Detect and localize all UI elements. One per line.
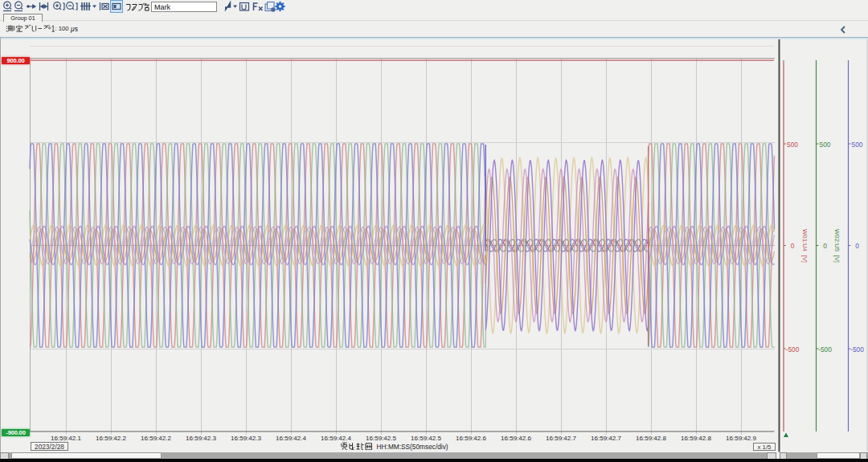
svg-text:: 100: : 100 (55, 25, 68, 32)
